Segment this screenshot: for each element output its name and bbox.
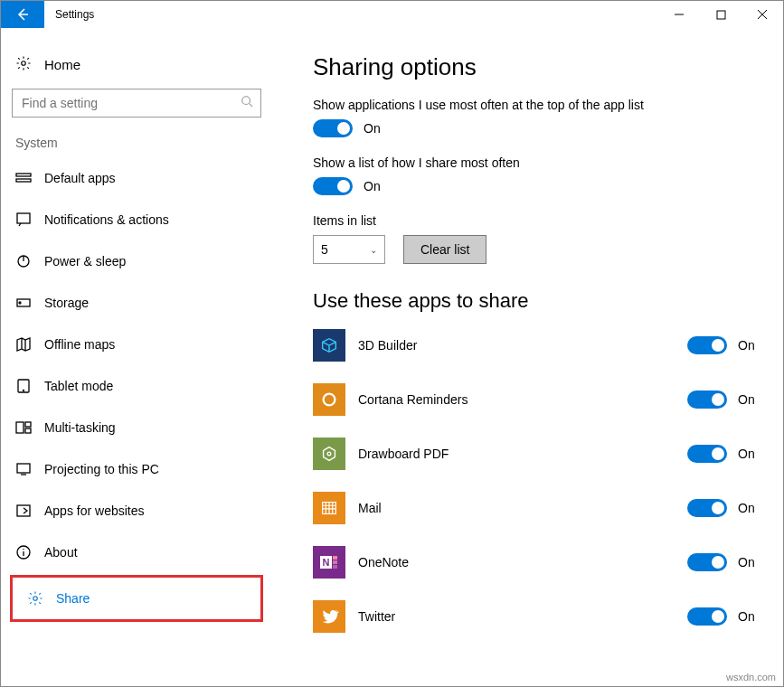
app-row: Cortana Reminders On: [313, 383, 765, 416]
sidebar-item-label: Multi-tasking: [44, 420, 116, 435]
toggle-app-onenote[interactable]: [687, 553, 727, 571]
svg-rect-12: [25, 422, 31, 427]
app-icon-cortana: [313, 383, 345, 416]
app-icon-twitter: [313, 600, 345, 633]
titlebar: Settings: [1, 1, 783, 28]
toggle-state: On: [738, 338, 765, 353]
sidebar-item-label: Power & sleep: [44, 254, 126, 268]
about-icon: [15, 544, 32, 560]
app-name: Cortana Reminders: [358, 392, 687, 407]
home-label: Home: [44, 57, 80, 72]
sidebar-item-label: Tablet mode: [44, 379, 113, 393]
svg-rect-24: [333, 556, 337, 560]
toggle-most-often-apps[interactable]: [313, 119, 353, 137]
sidebar-item-default-apps[interactable]: Default apps: [1, 157, 272, 199]
minimize-button[interactable]: [658, 1, 700, 28]
svg-rect-3: [16, 174, 31, 176]
svg-rect-26: [333, 565, 337, 569]
storage-icon: [15, 295, 32, 311]
main-content: Sharing options Show applications I use …: [313, 37, 765, 686]
multitasking-icon: [15, 419, 32, 436]
share-icon: [27, 590, 43, 607]
sidebar-item-tablet-mode[interactable]: Tablet mode: [1, 365, 272, 407]
search-box[interactable]: [12, 89, 261, 118]
svg-point-1: [22, 61, 26, 66]
svg-rect-25: [333, 560, 337, 564]
app-row: Twitter On: [313, 600, 765, 633]
sidebar-item-label: Share: [56, 591, 90, 606]
svg-rect-5: [17, 213, 30, 223]
app-row: 3D Builder On: [313, 329, 765, 362]
option-label: Show a list of how I share most often: [313, 155, 765, 170]
svg-rect-4: [16, 179, 31, 182]
maximize-button[interactable]: [700, 1, 741, 28]
page-heading: Sharing options: [313, 53, 765, 81]
sidebar-item-apps-websites[interactable]: Apps for websites: [1, 490, 272, 532]
back-button[interactable]: [1, 1, 44, 28]
app-row: N OneNote On: [313, 546, 765, 579]
sidebar: Home System Default apps Notifications &…: [1, 37, 272, 624]
app-icon-3d-builder: [313, 329, 345, 362]
sidebar-item-label: Projecting to this PC: [44, 462, 159, 476]
sidebar-item-about[interactable]: About: [1, 532, 272, 573]
app-name: Twitter: [358, 609, 687, 624]
svg-text:N: N: [323, 557, 330, 568]
sidebar-item-power-sleep[interactable]: Power & sleep: [1, 240, 272, 282]
toggle-state: On: [738, 555, 765, 569]
svg-point-17: [33, 597, 38, 601]
toggle-state: On: [738, 392, 765, 407]
toggle-state: On: [738, 609, 765, 624]
sidebar-item-label: Notifications & actions: [44, 212, 169, 227]
home-link[interactable]: Home: [1, 46, 272, 83]
app-icon-onenote: N: [313, 546, 345, 579]
clear-list-button[interactable]: Clear list: [403, 235, 486, 264]
sidebar-item-label: Default apps: [44, 171, 116, 185]
app-row: Mail On: [313, 492, 765, 524]
svg-rect-14: [17, 464, 30, 473]
sidebar-item-share[interactable]: Share: [13, 578, 257, 619]
sidebar-item-multitasking[interactable]: Multi-tasking: [1, 407, 272, 448]
app-name: OneNote: [358, 555, 687, 569]
search-icon: [241, 95, 253, 111]
share-highlight: Share: [10, 575, 263, 622]
sidebar-item-notifications[interactable]: Notifications & actions: [1, 199, 272, 240]
sidebar-item-offline-maps[interactable]: Offline maps: [1, 324, 272, 365]
app-icon-drawboard: [313, 438, 345, 470]
sidebar-item-label: Storage: [44, 296, 89, 310]
svg-point-10: [24, 391, 24, 391]
svg-point-8: [19, 302, 21, 304]
app-name: Mail: [358, 501, 687, 515]
svg-point-2: [242, 97, 250, 105]
toggle-app-3d-builder[interactable]: [687, 336, 727, 354]
default-apps-icon: [15, 170, 32, 186]
sidebar-item-label: About: [44, 545, 78, 560]
search-input[interactable]: [20, 95, 241, 111]
sidebar-item-label: Apps for websites: [44, 503, 145, 518]
svg-rect-0: [717, 11, 725, 19]
svg-point-20: [327, 452, 331, 456]
apps-heading: Use these apps to share: [313, 289, 765, 313]
toggle-app-twitter[interactable]: [687, 607, 727, 626]
sidebar-item-label: Offline maps: [44, 337, 115, 352]
sidebar-item-projecting[interactable]: Projecting to this PC: [1, 448, 272, 490]
app-row: Drawboard PDF On: [313, 438, 765, 470]
items-in-list-label: Items in list: [313, 213, 765, 228]
toggle-state: On: [364, 121, 381, 136]
power-icon: [15, 253, 32, 269]
toggle-share-list[interactable]: [313, 177, 353, 195]
toggle-state: On: [738, 501, 765, 515]
projecting-icon: [15, 461, 32, 477]
svg-marker-19: [324, 447, 335, 461]
tablet-icon: [15, 378, 32, 394]
toggle-app-cortana[interactable]: [687, 391, 727, 409]
svg-rect-13: [25, 428, 31, 433]
close-button[interactable]: [741, 1, 783, 28]
apps-websites-icon: [15, 503, 32, 519]
toggle-app-mail[interactable]: [687, 499, 727, 517]
select-value: 5: [321, 242, 328, 257]
items-in-list-select[interactable]: 5 ⌄: [313, 235, 385, 264]
notifications-icon: [15, 212, 32, 228]
toggle-app-drawboard[interactable]: [687, 445, 727, 463]
maps-icon: [15, 336, 32, 353]
sidebar-item-storage[interactable]: Storage: [1, 282, 272, 324]
